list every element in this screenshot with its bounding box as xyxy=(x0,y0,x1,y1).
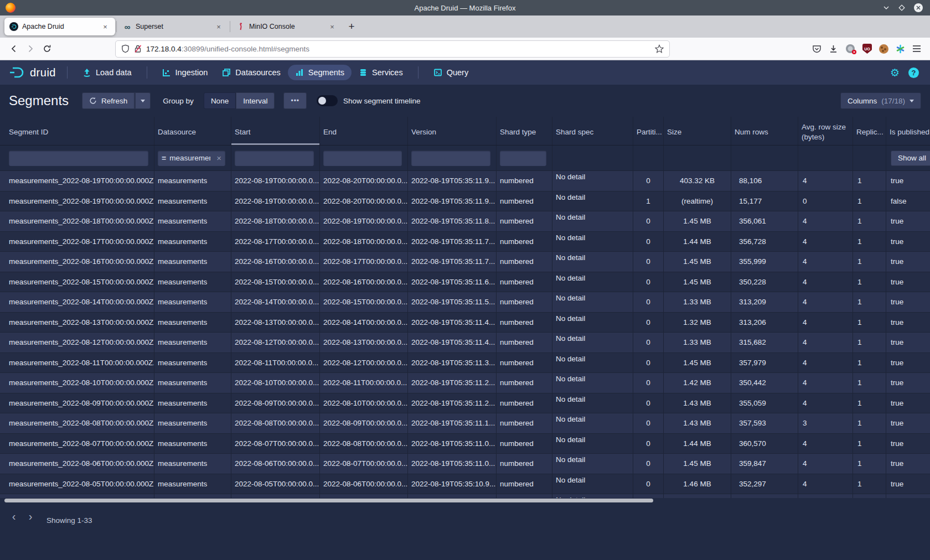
settings-gear-icon[interactable]: ⚙ xyxy=(890,68,900,78)
cell-is-published[interactable]: true xyxy=(886,474,930,494)
cell-replicas[interactable]: 1 xyxy=(853,333,886,352)
druid-logo[interactable]: druid xyxy=(7,66,59,79)
cell-avg-row-size[interactable]: 4 xyxy=(798,272,853,292)
cell-shard-type[interactable]: numbered xyxy=(497,272,552,292)
refresh-button[interactable]: Refresh xyxy=(82,92,135,109)
scrollbar-thumb[interactable] xyxy=(4,499,653,502)
cell-shard-spec[interactable]: No detail xyxy=(552,393,633,413)
cell-start[interactable]: 2022-08-19T00:00:00.0... xyxy=(231,171,320,191)
cell-start[interactable]: 2022-08-19T00:00:00.0... xyxy=(231,191,320,211)
cell-size[interactable]: 403.32 KB xyxy=(664,171,731,191)
version-filter-input[interactable] xyxy=(411,151,490,166)
datasource-filter-input[interactable]: = measurements × xyxy=(158,151,225,166)
extension-disabled-icon[interactable] xyxy=(845,44,855,54)
cell-num-rows[interactable]: 360,570 xyxy=(731,434,798,454)
cell-size[interactable]: 1.43 MB xyxy=(664,413,731,433)
cell-version[interactable]: 2022-08-19T05:35:11.4... xyxy=(408,333,497,352)
cell-shard-type[interactable]: numbered xyxy=(497,373,552,393)
url-bar[interactable]: 172.18.0.4:30899/unified-console.html#se… xyxy=(115,40,670,58)
cell-shard-spec[interactable]: No detail xyxy=(552,474,633,494)
cell-partition[interactable]: 0 xyxy=(633,434,664,454)
cell-partition[interactable]: 0 xyxy=(633,393,664,413)
cell-partition[interactable]: 0 xyxy=(633,373,664,393)
end-filter-input[interactable] xyxy=(323,151,402,166)
help-icon[interactable]: ? xyxy=(908,68,919,78)
cell-size[interactable]: 1.45 MB xyxy=(664,454,731,474)
start-filter-input[interactable] xyxy=(235,151,314,166)
group-by-none-button[interactable]: None xyxy=(204,92,236,109)
cell-segment-id[interactable]: measurements_2022-08-11T00:00:00.000Z... xyxy=(0,353,154,373)
cell-start[interactable]: 2022-08-18T00:00:00.0... xyxy=(231,211,320,231)
columns-button[interactable]: Columns (17/18) xyxy=(840,92,921,109)
cell-num-rows[interactable]: 352,297 xyxy=(731,474,798,494)
cell-shard-spec[interactable]: No detail xyxy=(552,494,633,498)
cell-size[interactable]: 1.42 MB xyxy=(664,373,731,393)
window-minimize-icon[interactable] xyxy=(882,4,890,12)
cell-replicas[interactable]: 1 xyxy=(853,171,886,191)
cell-avg-row-size[interactable]: 4 xyxy=(798,434,853,454)
tab-close-icon[interactable]: × xyxy=(327,22,337,32)
segment-id-filter-input[interactable] xyxy=(9,151,148,166)
insecure-lock-icon[interactable] xyxy=(134,44,142,53)
cell-start[interactable]: 2022-08-16T00:00:00.0... xyxy=(231,252,320,272)
cell-replicas[interactable]: 1 xyxy=(853,373,886,393)
cell-is-published[interactable]: true xyxy=(886,313,930,333)
cell-is-published[interactable]: true xyxy=(886,393,930,413)
cell-partition[interactable]: 0 xyxy=(633,454,664,474)
menu-icon[interactable] xyxy=(912,45,921,53)
new-tab-button[interactable]: + xyxy=(343,18,360,35)
cell-version[interactable]: 2022-08-19T05:35:10.9... xyxy=(408,474,497,494)
cell-datasource[interactable]: measurements xyxy=(154,292,231,312)
cell-replicas[interactable]: 1 xyxy=(853,313,886,333)
cell-end[interactable]: 2022-08-20T00:00:00.0... xyxy=(320,171,408,191)
cell-segment-id[interactable]: measurements_2022-08-09T00:00:00.000Z... xyxy=(0,393,154,413)
cell-end[interactable]: 2022-08-15T00:00:00.0... xyxy=(320,292,408,312)
cell-version[interactable]: 2022-08-19T05:35:11.2... xyxy=(408,373,497,393)
cell-version[interactable]: 2022-08-19T05:35:11.2... xyxy=(408,393,497,413)
cell-partition[interactable]: 0 xyxy=(633,171,664,191)
cell-end[interactable]: 2022-08-19T00:00:00.0... xyxy=(320,211,408,231)
cell-shard-spec[interactable]: No detail xyxy=(552,454,633,474)
cell-num-rows[interactable]: 350,442 xyxy=(731,373,798,393)
cell-size[interactable]: 1.33 MB xyxy=(664,292,731,312)
cell-version[interactable]: 2022-08-19T05:35:10.9... xyxy=(408,494,497,498)
cell-num-rows[interactable]: 357,979 xyxy=(731,353,798,373)
cell-datasource[interactable]: measurements xyxy=(154,191,231,211)
cell-start[interactable]: 2022-08-14T00:00:00.0... xyxy=(231,292,320,312)
segment-row[interactable]: measurements_2022-08-08T00:00:00.000Z...… xyxy=(0,413,930,434)
cell-partition[interactable]: 0 xyxy=(633,313,664,333)
cell-is-published[interactable]: true xyxy=(886,494,930,498)
cell-num-rows[interactable] xyxy=(731,494,798,498)
cell-shard-spec[interactable]: No detail xyxy=(552,413,633,433)
cell-size[interactable]: 1.45 MB xyxy=(664,353,731,373)
cell-size[interactable]: 1.45 MB xyxy=(664,211,731,231)
cell-datasource[interactable]: measurements xyxy=(154,252,231,272)
cell-size[interactable]: 1.46 MB xyxy=(664,474,731,494)
cell-datasource[interactable]: measurements xyxy=(154,232,231,252)
cell-avg-row-size[interactable]: 3 xyxy=(798,413,853,433)
cell-replicas[interactable]: 1 xyxy=(853,434,886,454)
cell-segment-id[interactable]: measurements_2022-08-17T00:00:00.000Z... xyxy=(0,232,154,252)
cell-is-published[interactable]: true xyxy=(886,171,930,191)
cell-start[interactable]: 2022-08-12T00:00:00.0... xyxy=(231,333,320,352)
cookie-extension-icon[interactable] xyxy=(879,44,888,54)
cell-shard-spec[interactable]: No detail xyxy=(552,353,633,373)
cell-segment-id[interactable]: measurements_2022-08-15T00:00:00.000Z... xyxy=(0,272,154,292)
tab-minio-console[interactable]: MinIO Console × xyxy=(231,18,342,35)
cell-segment-id[interactable]: measurements_2022-08-19T00:00:00.000Z... xyxy=(0,191,154,211)
url-text[interactable]: 172.18.0.4:30899/unified-console.html#se… xyxy=(146,45,650,53)
cell-datasource[interactable]: measurements xyxy=(154,272,231,292)
col-header-version[interactable]: Version xyxy=(408,117,497,145)
cell-is-published[interactable]: true xyxy=(886,252,930,272)
col-header-start[interactable]: Start xyxy=(231,117,320,145)
cell-shard-type[interactable]: numbered xyxy=(497,313,552,333)
segment-row[interactable]: measurements_2022-08-11T00:00:00.000Z...… xyxy=(0,353,930,374)
cell-segment-id[interactable]: measurements_2022-08-14T00:00:00.000Z... xyxy=(0,292,154,312)
cell-partition[interactable]: 0 xyxy=(633,252,664,272)
cell-size[interactable]: 1.44 MB xyxy=(664,494,731,498)
cell-start[interactable]: 2022-08-10T00:00:00.0... xyxy=(231,373,320,393)
cell-replicas[interactable]: 1 xyxy=(853,191,886,211)
cell-version[interactable]: 2022-08-19T05:35:11.4... xyxy=(408,313,497,333)
window-maximize-icon[interactable] xyxy=(898,4,906,12)
extension-asterisk-icon[interactable] xyxy=(896,44,905,54)
